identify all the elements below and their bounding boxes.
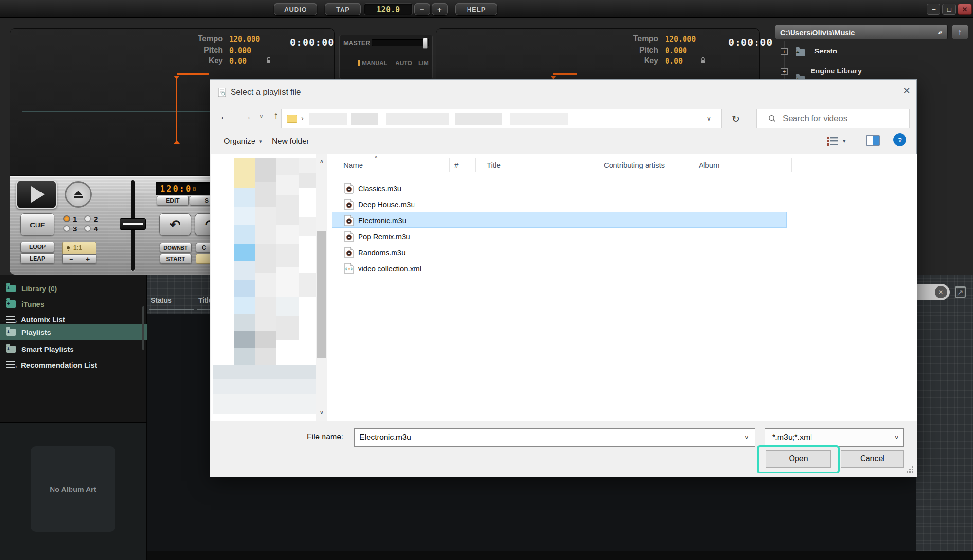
playhead bbox=[176, 77, 177, 141]
tap-button[interactable]: TAP bbox=[325, 3, 361, 15]
sidebar-item-library[interactable]: Library (0) bbox=[0, 280, 146, 296]
key-lock-icon[interactable] bbox=[265, 56, 272, 64]
search-clear-icon[interactable]: ✕ bbox=[935, 286, 947, 298]
browser-folder-engine-library[interactable]: Engine Library bbox=[811, 67, 862, 75]
scroll-up-icon[interactable]: ∧ bbox=[316, 158, 327, 165]
pitch-value: 0.000 bbox=[229, 46, 251, 55]
folder-plus-icon bbox=[6, 285, 16, 292]
downbeat-button[interactable]: DOWNBT bbox=[160, 243, 192, 253]
breadcrumb-chevron-icon: › bbox=[301, 114, 304, 122]
preview-pane-icon[interactable] bbox=[866, 135, 880, 146]
master-lim-button[interactable]: LIM bbox=[418, 60, 429, 67]
audio-button[interactable]: AUDIO bbox=[274, 3, 317, 15]
external-link-icon[interactable]: ↗ bbox=[955, 286, 966, 298]
start-button[interactable]: START bbox=[160, 254, 192, 264]
pitch-label: Pitch bbox=[164, 46, 223, 54]
library-sidebar: Library (0) iTunes ♪ Automix List Playli… bbox=[0, 275, 147, 560]
column-header-contributing-artists[interactable]: Contributing artists bbox=[604, 161, 665, 169]
xml-file-icon bbox=[344, 263, 354, 274]
file-name-input[interactable] bbox=[355, 433, 739, 442]
sidebar-item-recommendation[interactable]: ♪ Recommendation List bbox=[0, 357, 146, 372]
file-name-combo[interactable]: ∨ bbox=[354, 428, 755, 447]
master-volume-handle[interactable] bbox=[423, 38, 428, 49]
sidebar-item-playlists[interactable]: Playlists bbox=[0, 324, 147, 340]
back-icon[interactable]: ← bbox=[219, 110, 230, 122]
hotcue-2-label: 2 bbox=[94, 215, 98, 223]
file-row[interactable]: Pop Remix.m3u bbox=[344, 228, 410, 244]
column-header-number[interactable]: # bbox=[454, 161, 458, 169]
refresh-icon[interactable]: ↻ bbox=[726, 109, 745, 128]
key-lock-icon[interactable] bbox=[699, 56, 707, 64]
key-label: Key bbox=[164, 56, 223, 65]
edit-button[interactable]: EDIT bbox=[157, 196, 189, 206]
minimize-button[interactable]: – bbox=[927, 4, 940, 15]
undo-button[interactable]: ↶ bbox=[159, 213, 191, 236]
maximize-button[interactable]: □ bbox=[942, 4, 956, 15]
master-auto-button[interactable]: AUTO bbox=[396, 60, 412, 67]
nav-history-chevron-icon[interactable]: ∨ bbox=[259, 113, 264, 120]
caret-down-icon: ▾ bbox=[259, 139, 262, 145]
address-dropdown-icon[interactable]: ∨ bbox=[707, 115, 711, 122]
key-value: 0.00 bbox=[229, 57, 247, 66]
combo-dropdown-icon[interactable]: ∨ bbox=[739, 434, 755, 441]
hotcue-2-radio[interactable] bbox=[84, 215, 91, 222]
up-directory-icon[interactable]: ↑ bbox=[273, 110, 278, 121]
play-button[interactable] bbox=[16, 180, 57, 209]
leap-button[interactable]: LEAP bbox=[20, 253, 54, 264]
column-header-album[interactable]: Album bbox=[699, 161, 720, 169]
cancel-button[interactable]: Cancel bbox=[841, 450, 904, 468]
cue-button[interactable]: CUE bbox=[20, 213, 54, 236]
close-window-button[interactable]: ✕ bbox=[958, 4, 972, 15]
pitch-slider-handle[interactable] bbox=[120, 218, 146, 230]
sidebar-item-smart-playlists[interactable]: Smart Playlists bbox=[0, 341, 146, 357]
file-row[interactable]: Classics.m3u bbox=[344, 180, 401, 196]
master-manual-button[interactable]: MANUAL bbox=[362, 60, 387, 67]
scroll-down-icon[interactable]: ∨ bbox=[316, 409, 327, 416]
dialog-search-box[interactable] bbox=[756, 109, 910, 128]
resize-grip[interactable] bbox=[907, 466, 914, 473]
address-bar[interactable]: › ∨ bbox=[281, 109, 722, 128]
hotcue-1-radio[interactable] bbox=[63, 215, 70, 222]
browser-path-dropdown[interactable]: C:\Users\Olivia\Music ▴▾ bbox=[775, 25, 948, 39]
open-button[interactable]: Open bbox=[766, 450, 831, 468]
tree-expand-icon[interactable]: + bbox=[781, 68, 788, 75]
hotcue-4-radio[interactable] bbox=[84, 225, 91, 232]
beat-plus-button[interactable]: + bbox=[86, 255, 90, 263]
beat-minus-button[interactable]: − bbox=[69, 255, 73, 263]
dialog-close-icon[interactable]: ✕ bbox=[901, 86, 913, 97]
hotcue-3-radio[interactable] bbox=[63, 225, 70, 232]
file-row[interactable]: video collection.xml bbox=[344, 261, 421, 276]
new-folder-button[interactable]: New folder bbox=[272, 137, 309, 146]
browser-up-button[interactable]: ↑ bbox=[952, 25, 968, 39]
beat-stepper[interactable]: − + bbox=[62, 254, 96, 264]
album-art-panel: No Album Art bbox=[0, 423, 146, 560]
search-input[interactable] bbox=[783, 114, 900, 123]
bpm-increase-button[interactable]: + bbox=[432, 3, 448, 15]
file-row[interactable]: Deep House.m3u bbox=[344, 196, 415, 212]
help-icon[interactable]: ? bbox=[893, 133, 906, 146]
organize-button[interactable]: Organize ▾ bbox=[224, 137, 262, 146]
master-volume-slider[interactable] bbox=[372, 39, 429, 46]
status-column-header[interactable]: Status bbox=[151, 297, 172, 304]
column-header-title[interactable]: Title bbox=[487, 161, 501, 169]
sidebar-item-itunes[interactable]: iTunes bbox=[0, 296, 146, 312]
column-header-name[interactable]: Name bbox=[343, 161, 363, 169]
playhead-top-marker bbox=[550, 76, 556, 79]
loop-button[interactable]: LOOP bbox=[20, 242, 54, 252]
playlist-icon: ♪ bbox=[6, 316, 15, 323]
folder-icon bbox=[796, 49, 805, 56]
view-options-icon[interactable] bbox=[826, 136, 839, 146]
view-caret-icon[interactable]: ▾ bbox=[843, 138, 846, 144]
sidebar-scrollbar[interactable] bbox=[142, 306, 144, 350]
bpm-decrease-button[interactable]: − bbox=[414, 3, 430, 15]
tree-scrollbar[interactable]: ∧ ∨ bbox=[316, 154, 327, 421]
file-row-selected[interactable]: Electronic.m3u bbox=[344, 212, 406, 228]
browser-folder-serato[interactable]: _Serato_ bbox=[811, 47, 841, 55]
folder-plus-icon bbox=[6, 346, 16, 353]
eject-button[interactable] bbox=[65, 181, 92, 208]
file-type-filter-dropdown[interactable]: *.m3u;*.xml ∨ bbox=[765, 428, 904, 447]
scrollbar-thumb[interactable] bbox=[317, 231, 326, 358]
tree-expand-icon[interactable]: + bbox=[781, 48, 788, 55]
file-row[interactable]: Randoms.m3u bbox=[344, 245, 406, 260]
help-button[interactable]: HELP bbox=[455, 3, 497, 15]
